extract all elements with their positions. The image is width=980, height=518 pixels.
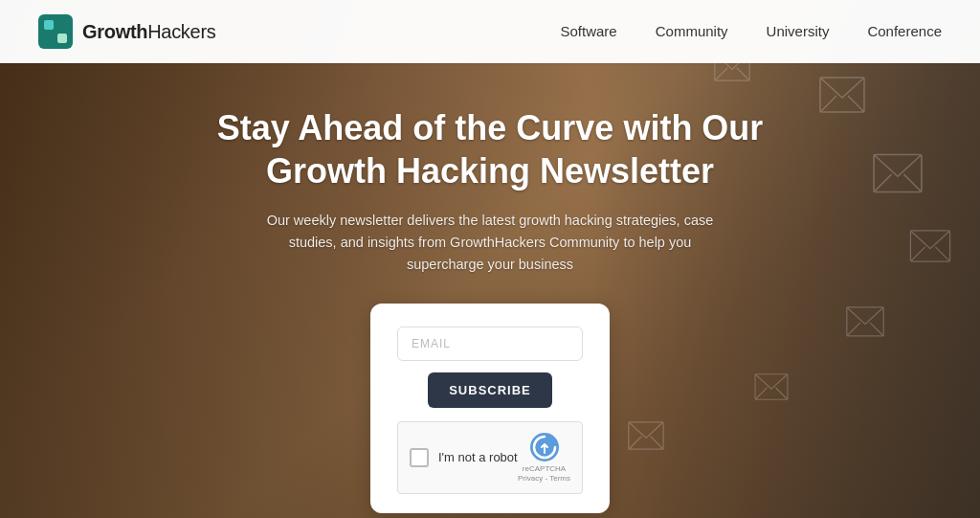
nav-item-conference[interactable]: Conference (867, 23, 942, 40)
nav-link-university[interactable]: University (767, 23, 830, 39)
recaptcha-brand-text: reCAPTCHA Privacy - Terms (518, 464, 570, 484)
recaptcha-widget[interactable]: I'm not a robot reCAPTCHA Privacy - Term… (397, 421, 583, 495)
recaptcha-logo-icon (529, 432, 560, 462)
subscribe-button[interactable]: SUBSCRIBE (428, 372, 552, 408)
nav-link-software[interactable]: Software (561, 23, 617, 39)
recaptcha-label: I'm not a robot (438, 450, 518, 464)
recaptcha-right: reCAPTCHA Privacy - Terms (518, 432, 570, 484)
recaptcha-left: I'm not a robot (410, 448, 518, 467)
subscribe-card: SUBSCRIBE I'm not a robot reCAPTCHA Priv… (370, 304, 610, 514)
hero-section: Stay Ahead of the Curve with Our Growth … (0, 63, 980, 518)
nav-item-community[interactable]: Community (656, 23, 728, 40)
logo-icon (38, 14, 73, 49)
logo[interactable]: GrowthHackers (38, 14, 215, 49)
hero-title: Stay Ahead of the Curve with Our Growth … (165, 106, 815, 192)
nav-link-community[interactable]: Community (656, 23, 728, 39)
navbar: GrowthHackers Software Community Univers… (0, 0, 980, 63)
nav-item-university[interactable]: University (767, 23, 830, 40)
brand-name: GrowthHackers (82, 21, 215, 43)
nav-item-software[interactable]: Software (561, 23, 617, 40)
hero-subtitle: Our weekly newsletter delivers the lates… (260, 210, 720, 277)
nav-link-conference[interactable]: Conference (867, 23, 942, 39)
recaptcha-checkbox[interactable] (410, 448, 429, 467)
email-input[interactable] (397, 327, 583, 361)
nav-links: Software Community University Conference (561, 23, 942, 40)
